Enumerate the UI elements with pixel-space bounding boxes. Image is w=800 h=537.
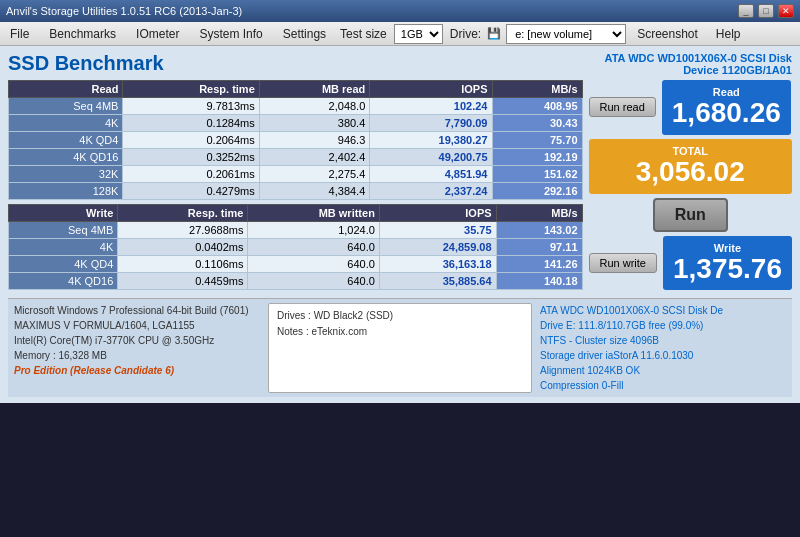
read-mbps: 30.43 [492,115,582,132]
write-iops: 24,859.08 [379,239,496,256]
read-table: Read Resp. time MB read IOPS MB/s Seq 4M… [8,80,583,200]
right-panel: Run read Read 1,680.26 TOTAL 3,056.02 Ru… [589,80,792,294]
run-area: Run [589,198,792,232]
col-mbps: MB/s [492,81,582,98]
write-mbps: 143.02 [496,222,582,239]
write-mb: 640.0 [248,239,379,256]
write-resp-time: 0.0402ms [118,239,248,256]
read-iops: 49,200.75 [370,149,492,166]
window-title: Anvil's Storage Utilities 1.0.51 RC6 (20… [6,5,242,17]
read-score-area: Run read Read 1,680.26 [589,80,792,135]
write-table-header: Write Resp. time MB written IOPS MB/s [9,205,583,222]
footer-drives: Drives : WD Black2 (SSD) Notes : eTeknix… [268,303,532,393]
test-size-select[interactable]: 1GB [394,24,443,44]
write-row-label: 4K QD16 [9,273,118,290]
write-score-area: Run write Write 1,375.76 [589,236,792,291]
run-button[interactable]: Run [653,198,728,232]
read-mb: 2,275.4 [259,166,370,183]
footer: Microsoft Windows 7 Professional 64-bit … [8,298,792,397]
read-mb: 380.4 [259,115,370,132]
read-iops: 2,337.24 [370,183,492,200]
read-resp-time: 9.7813ms [123,98,259,115]
menu-benchmarks[interactable]: Benchmarks [39,22,126,45]
write-resp-time: 0.1106ms [118,256,248,273]
close-button[interactable]: ✕ [778,4,794,18]
menu-settings[interactable]: Settings [273,22,336,45]
disk-line4: Storage driver iaStorA 11.6.0.1030 [540,348,786,363]
menu-system-info[interactable]: System Info [189,22,272,45]
drive-select[interactable]: e: [new volume] [506,24,626,44]
read-row-label: Seq 4MB [9,98,123,115]
read-table-row: 4K QD16 0.3252ms 2,402.4 49,200.75 192.1… [9,149,583,166]
read-score-value: 1,680.26 [672,98,781,129]
disk-line3: NTFS - Cluster size 4096B [540,333,786,348]
read-mb: 2,402.4 [259,149,370,166]
read-mbps: 75.70 [492,132,582,149]
read-mb: 4,384.4 [259,183,370,200]
read-iops: 102.24 [370,98,492,115]
read-resp-time: 0.2064ms [123,132,259,149]
drive-label: Drive: [446,27,485,41]
read-table-header: Read Resp. time MB read IOPS MB/s [9,81,583,98]
write-mbps: 97.11 [496,239,582,256]
maximize-button[interactable]: □ [758,4,774,18]
sys-line2: MAXIMUS V FORMULA/1604, LGA1155 [14,318,260,333]
device-line2: Device 1120GB/1A01 [605,64,792,76]
read-row-label: 4K QD16 [9,149,123,166]
read-row-label: 32K [9,166,123,183]
read-table-row: Seq 4MB 9.7813ms 2,048.0 102.24 408.95 [9,98,583,115]
footer-disk-info: ATA WDC WD1001X06X-0 SCSI Disk De Drive … [540,303,786,393]
write-table-row: 4K QD16 0.4459ms 640.0 35,885.64 140.18 [9,273,583,290]
test-size-label: Test size [336,27,391,41]
read-table-row: 4K QD4 0.2064ms 946.3 19,380.27 75.70 [9,132,583,149]
sys-line1: Microsoft Windows 7 Professional 64-bit … [14,303,260,318]
write-iops: 36,163.18 [379,256,496,273]
write-row-label: 4K QD4 [9,256,118,273]
disk-line2: Drive E: 111.8/110.7GB free (99.0%) [540,318,786,333]
write-score-box: Write 1,375.76 [663,236,792,291]
drives-label: Drives : WD Black2 (SSD) [277,308,523,324]
tables-and-controls: Read Resp. time MB read IOPS MB/s Seq 4M… [8,80,792,294]
menu-file[interactable]: File [0,22,39,45]
menu-iometer[interactable]: IOmeter [126,22,189,45]
menu-help[interactable]: Help [706,22,751,45]
write-table-row: 4K QD4 0.1106ms 640.0 36,163.18 141.26 [9,256,583,273]
notes-label: Notes : eTeknix.com [277,324,523,340]
read-mbps: 292.16 [492,183,582,200]
write-table-row: Seq 4MB 27.9688ms 1,024.0 35.75 143.02 [9,222,583,239]
benchmark-title: SSD Benchmark [8,52,164,75]
sys-line3: Intel(R) Core(TM) i7-3770K CPU @ 3.50GHz [14,333,260,348]
disk-line1: ATA WDC WD1001X06X-0 SCSI Disk De [540,303,786,318]
footer-system-info: Microsoft Windows 7 Professional 64-bit … [14,303,260,393]
read-iops: 7,790.09 [370,115,492,132]
write-mbps: 141.26 [496,256,582,273]
col-write: Write [9,205,118,222]
col-mb-read: MB read [259,81,370,98]
col-resp-time-w: Resp. time [118,205,248,222]
read-mbps: 192.19 [492,149,582,166]
window-controls: _ □ ✕ [738,4,794,18]
write-iops: 35.75 [379,222,496,239]
disk-line6: Compression 0-Fill [540,378,786,393]
read-iops: 4,851.94 [370,166,492,183]
total-score-value: 3,056.02 [599,157,782,188]
total-score-label: TOTAL [599,145,782,157]
read-resp-time: 0.1284ms [123,115,259,132]
main-content: SSD Benchmark ATA WDC WD1001X06X-0 SCSI … [0,46,800,403]
write-mb: 640.0 [248,256,379,273]
col-mbps-w: MB/s [496,205,582,222]
title-bar: Anvil's Storage Utilities 1.0.51 RC6 (20… [0,0,800,22]
total-score-box: TOTAL 3,056.02 [589,139,792,194]
read-resp-time: 0.3252ms [123,149,259,166]
run-read-button[interactable]: Run read [589,97,656,117]
minimize-button[interactable]: _ [738,4,754,18]
write-resp-time: 0.4459ms [118,273,248,290]
drive-icon: 💾 [485,27,503,40]
write-mbps: 140.18 [496,273,582,290]
read-mbps: 151.62 [492,166,582,183]
run-write-button[interactable]: Run write [589,253,657,273]
pro-edition: Pro Edition (Release Candidate 6) [14,363,260,378]
col-resp-time: Resp. time [123,81,259,98]
screenshot-button[interactable]: Screenshot [629,22,706,45]
col-read: Read [9,81,123,98]
